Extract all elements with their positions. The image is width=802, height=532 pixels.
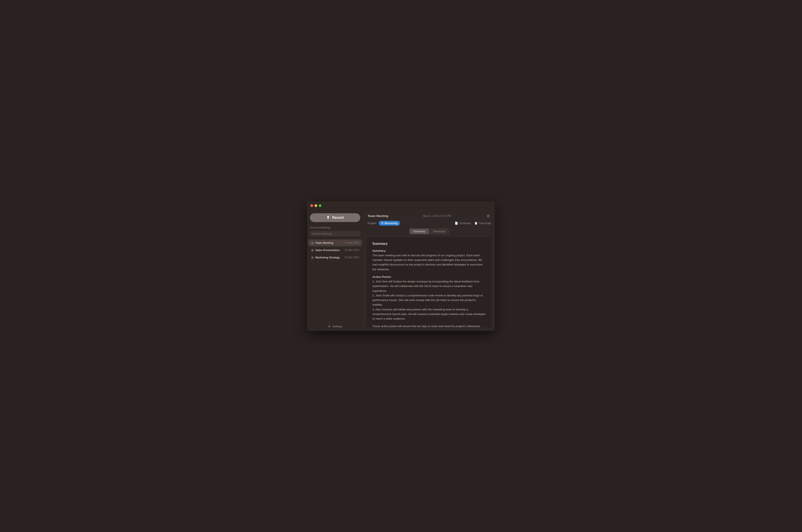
search-container xyxy=(307,231,363,239)
title-bar xyxy=(307,201,495,210)
summary-action-label: Summary xyxy=(459,222,471,225)
meeting-item-left: ▦ Team Meeting xyxy=(311,241,333,244)
transcript-action-button[interactable]: 📋 Transcript xyxy=(474,222,491,225)
action-points-title: Action Points: xyxy=(373,275,392,279)
meeting-name: Team Meeting xyxy=(316,241,333,244)
toolbar-left: English ↻ Recurring xyxy=(368,221,400,226)
toolbar-right: 📄 Summary 📋 Transcript xyxy=(455,222,491,225)
settings-icon: ⚙ xyxy=(328,325,331,328)
language-label: English xyxy=(368,222,377,225)
summary-heading: Summary xyxy=(373,242,486,246)
minimize-button[interactable] xyxy=(314,204,317,207)
action-point-3: 3. Alex Johnson will initiate discussion… xyxy=(373,308,486,320)
meetings-list: ▦ Team Meeting 21 May 2023 ▦ Sales Prese… xyxy=(307,239,363,322)
app-window: 🎙 Record Previous Meetings ▦ Team Meetin… xyxy=(307,201,495,331)
main-content: Team Meeting May 21, 2023 at 4:37 PM 🗑 E… xyxy=(363,210,495,331)
meeting-date: 21 May 2023 xyxy=(345,256,359,259)
meeting-date: 21 May 2023 xyxy=(345,241,359,244)
traffic-lights xyxy=(310,204,321,207)
meeting-item-left: ▦ Marketing Strategy xyxy=(311,256,340,259)
action-point-1: 1. John Doe will finalize the design moc… xyxy=(373,280,479,292)
action-point-2: 2. Jane Smith will conduct a comprehensi… xyxy=(373,294,483,306)
header-actions: 🗑 xyxy=(486,213,491,219)
content-area: 🎙 Record Previous Meetings ▦ Team Meetin… xyxy=(307,210,495,331)
mic-icon: 🎙 xyxy=(326,215,330,220)
transcript-action-icon: 📋 xyxy=(474,222,478,225)
meeting-name: Sales Presentation xyxy=(316,249,340,252)
transcript-action-label: Transcript xyxy=(479,222,491,225)
meeting-item[interactable]: ▦ Sales Presentation 21 May 2023 xyxy=(308,247,362,253)
record-label: Record xyxy=(332,216,344,220)
meeting-item[interactable]: ▦ Marketing Strategy 21 May 2023 xyxy=(308,254,362,261)
recurring-label: Recurring xyxy=(385,222,398,225)
toolbar: English ↻ Recurring 📄 Summary 📋 Transcri… xyxy=(363,219,495,227)
tab-group: Summary Transcript xyxy=(409,228,450,234)
delete-button[interactable]: 🗑 xyxy=(486,213,491,219)
meeting-timestamp: May 21, 2023 at 4:37 PM xyxy=(423,214,451,217)
close-button[interactable] xyxy=(310,204,313,207)
previous-meetings-label: Previous Meetings xyxy=(307,225,363,231)
maximize-button[interactable] xyxy=(319,204,321,207)
content-panel: Summary Summary: The team meeting was he… xyxy=(366,237,492,328)
recurring-icon: ↻ xyxy=(381,222,383,225)
summary-action-button[interactable]: 📄 Summary xyxy=(455,222,471,225)
calendar-icon: ▦ xyxy=(311,241,314,244)
summary-body: The team meeting was held to discuss the… xyxy=(373,254,482,271)
tab-area: Summary Transcript xyxy=(363,227,495,237)
meeting-title: Team Meeting xyxy=(368,214,388,217)
meeting-item[interactable]: ▦ Team Meeting 21 May 2023 xyxy=(308,240,362,246)
search-input[interactable] xyxy=(309,231,361,236)
record-btn-container: 🎙 Record xyxy=(307,210,363,225)
settings-button[interactable]: ⚙ Settings xyxy=(310,325,360,328)
tab-summary[interactable]: Summary xyxy=(410,229,429,234)
calendar-icon: ▦ xyxy=(311,249,314,252)
sidebar: 🎙 Record Previous Meetings ▦ Team Meetin… xyxy=(307,210,363,331)
meeting-title-area: Team Meeting xyxy=(368,214,388,218)
recurring-badge[interactable]: ↻ Recurring xyxy=(379,221,400,226)
summary-title: Summary: xyxy=(373,249,386,252)
meeting-name: Marketing Strategy xyxy=(316,256,340,259)
meeting-date: 21 May 2023 xyxy=(345,249,359,251)
settings-label: Settings xyxy=(332,325,342,328)
sidebar-footer: ⚙ Settings xyxy=(307,322,363,331)
summary-text: Summary: The team meeting was held to di… xyxy=(373,249,486,328)
meeting-item-left: ▦ Sales Presentation xyxy=(311,249,340,252)
tab-transcript[interactable]: Transcript xyxy=(429,229,448,234)
summary-closing: These action points will ensure that we … xyxy=(373,325,480,328)
calendar-icon: ▦ xyxy=(311,256,314,259)
main-header: Team Meeting May 21, 2023 at 4:37 PM 🗑 xyxy=(363,210,495,219)
record-button[interactable]: 🎙 Record xyxy=(310,213,360,222)
summary-action-icon: 📄 xyxy=(455,222,458,225)
